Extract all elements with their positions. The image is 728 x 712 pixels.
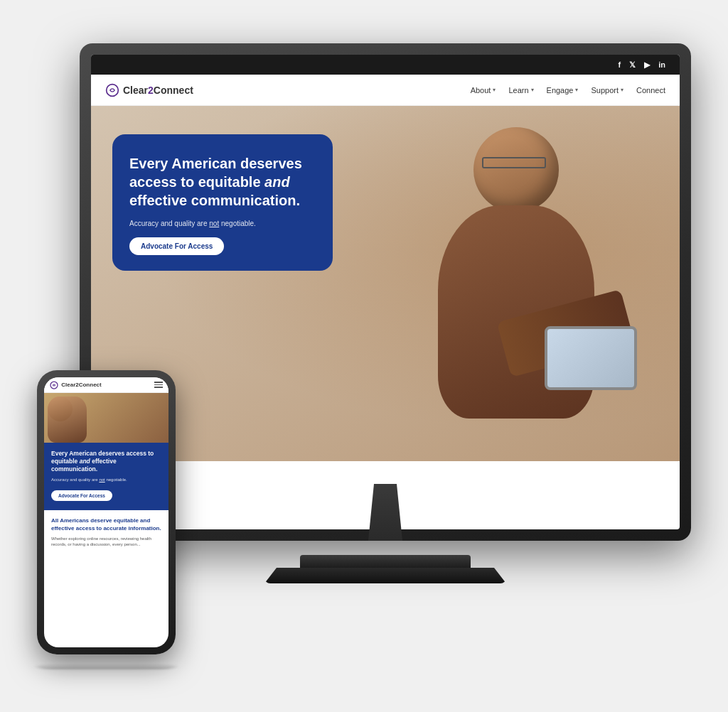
- phone-logo-icon: [50, 381, 58, 389]
- phone-hero-image: [44, 393, 168, 443]
- hamburger-menu-icon[interactable]: [154, 382, 163, 388]
- hero-image: [338, 106, 651, 461]
- monitor-stand-foot: [264, 568, 506, 583]
- twitter-icon[interactable]: 𝕏: [629, 60, 636, 70]
- hero-headline: Every American deserves access to equita…: [129, 154, 316, 210]
- chevron-down-icon: ▾: [575, 87, 578, 93]
- phone-section2-title: All Americans deserve equitable and effe…: [51, 517, 161, 532]
- chevron-down-icon: ▾: [621, 87, 623, 93]
- logo-text: Clear2Connect: [123, 85, 193, 96]
- monitor-screen: f 𝕏 ▶ in Clear2Connect: [91, 55, 680, 529]
- phone-headline: Every American deserves access to equita…: [51, 450, 161, 473]
- phone-section2-text: Whether exploring online resources, revi…: [51, 536, 161, 548]
- hero-section: Every American deserves access to equita…: [91, 106, 680, 461]
- phone-topbar: Clear2Connect: [44, 377, 168, 393]
- site-logo[interactable]: Clear2Connect: [105, 83, 193, 97]
- logo-icon: [105, 83, 119, 97]
- site-nav: Clear2Connect About ▾ Learn ▾ Engage: [91, 75, 680, 106]
- scene: f 𝕏 ▶ in Clear2Connect: [23, 15, 705, 697]
- youtube-icon[interactable]: ▶: [644, 60, 650, 70]
- chevron-down-icon: ▾: [531, 87, 534, 93]
- facebook-icon[interactable]: f: [619, 60, 621, 69]
- phone-device: Clear2Connect Every American deserves ac…: [37, 370, 176, 654]
- phone-reflection: [37, 664, 176, 669]
- monitor-stand-base: [300, 555, 471, 569]
- svg-point-0: [107, 84, 119, 96]
- hero-subtext: Accuracy and quality are not negotiable.: [129, 220, 316, 227]
- nav-learn[interactable]: Learn ▾: [508, 86, 533, 95]
- main-nav: About ▾ Learn ▾ Engage ▾ Support: [471, 86, 665, 95]
- chevron-down-icon: ▾: [493, 87, 496, 93]
- site-topbar: f 𝕏 ▶ in: [91, 55, 680, 75]
- phone-logo: Clear2Connect: [50, 381, 102, 389]
- nav-engage[interactable]: Engage ▾: [547, 86, 579, 95]
- svg-point-1: [50, 382, 58, 389]
- nav-about[interactable]: About ▾: [471, 86, 496, 95]
- phone-subtext: Accuracy and quality are not negotiable.: [51, 478, 161, 482]
- linkedin-icon[interactable]: in: [658, 60, 665, 69]
- phone-section2: All Americans deserve equitable and effe…: [44, 508, 168, 555]
- hero-content-box: Every American deserves access to equita…: [112, 134, 333, 271]
- nav-support[interactable]: Support ▾: [591, 86, 623, 95]
- nav-connect[interactable]: Connect: [636, 86, 665, 95]
- phone-content-box: Every American deserves access to equita…: [44, 443, 168, 508]
- phone-screen: Clear2Connect Every American deserves ac…: [44, 377, 168, 647]
- advocate-for-access-button[interactable]: Advocate For Access: [129, 237, 224, 255]
- phone-cta-button[interactable]: Advocate For Access: [51, 490, 112, 501]
